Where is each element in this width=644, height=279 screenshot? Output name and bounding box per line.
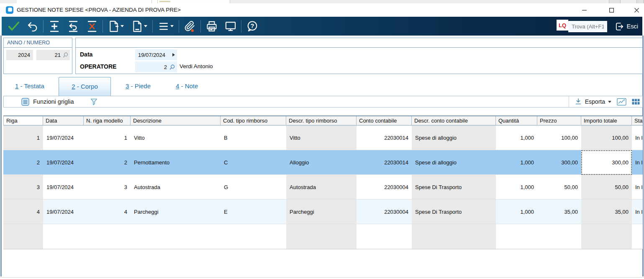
help-button[interactable]: ?: [243, 18, 262, 34]
grid-functions-icon: [21, 98, 29, 106]
document-header-panel: Data 19/07/2024 OPERATORE 2 Verdi Antoni…: [75, 38, 643, 74]
menu-hamburger-button[interactable]: [154, 18, 177, 34]
insert-row-button[interactable]: [45, 18, 64, 34]
anno-numero-label: ANNO / NUMERO: [4, 38, 72, 48]
operatore-name: Verdi Antonio: [180, 63, 213, 69]
grid-toolbar: Funzioni griglia Esporta: [3, 96, 643, 108]
col-header-n-riga-modello[interactable]: N. riga modello: [84, 116, 131, 125]
background-windows-strip: [0, 0, 644, 3]
operatore-label: OPERATORE: [80, 63, 116, 70]
tab-piede[interactable]: 3 - Piede: [126, 77, 151, 95]
col-header-stato[interactable]: Sta: [632, 116, 643, 125]
window-border-bottom: [0, 277, 644, 278]
col-header-prezzo[interactable]: Prezzo: [537, 116, 581, 125]
document-header-strip: [76, 38, 642, 48]
date-expand-arrow-icon[interactable]: [172, 53, 175, 56]
document-options-menu[interactable]: [128, 18, 151, 34]
expense-grid: Riga Data N. riga modello Descrizione Co…: [3, 115, 643, 249]
col-header-cod-tipo-rimborso[interactable]: Cod. tipo rimborso: [221, 116, 286, 125]
operatore-field[interactable]: 2: [135, 61, 177, 72]
operatore-code: 2: [138, 64, 169, 70]
focused-cell[interactable]: 300,00: [581, 150, 632, 175]
window-title: GESTIONE NOTE SPESE <PROVA - AZIENDA DI …: [17, 3, 181, 17]
maximize-button[interactable]: [604, 3, 618, 17]
svg-text:?: ?: [250, 22, 254, 29]
dropdown-caret-icon: [170, 25, 174, 27]
toolbar-separator: [179, 20, 179, 33]
anno-field[interactable]: 2024: [6, 50, 33, 60]
exit-icon: [615, 22, 624, 31]
window-border-left: [0, 36, 2, 276]
col-header-importo-totale[interactable]: Importo totale: [581, 116, 632, 125]
col-header-riga[interactable]: Riga: [3, 116, 43, 125]
search-magnifier-icon: [63, 52, 68, 58]
download-icon: [575, 98, 582, 105]
toolbar-separator: [43, 20, 44, 33]
monitor-button[interactable]: [221, 18, 240, 34]
tab-corpo[interactable]: 2 - Corpo: [59, 77, 111, 96]
undo-button[interactable]: [23, 18, 42, 34]
table-row-selected[interactable]: 2 19/07/2024 2 Pernottamento C Alloggio …: [3, 150, 643, 175]
toolbar-separator: [200, 20, 201, 33]
main-toolbar: ? LQ Esci: [2, 17, 642, 36]
toolbar-separator: [103, 20, 103, 33]
delete-row-button[interactable]: [82, 18, 101, 34]
data-label: Data: [80, 51, 92, 58]
lq-badge: LQ: [557, 20, 568, 31]
table-row[interactable]: 1 19/07/2024 1 Vitto B Vitto 22030014 Sp…: [3, 125, 643, 150]
data-field[interactable]: 19/07/2024: [135, 49, 177, 60]
table-row[interactable]: 3 19/07/2024 3 Autostrada G Autostrada 2…: [3, 175, 643, 200]
search-input[interactable]: [568, 21, 607, 32]
col-header-quantita[interactable]: Quantità: [496, 116, 537, 125]
tab-bar: 1 - Testata 2 - Corpo 3 - Piede 4 - Note: [3, 77, 643, 96]
anno-numero-panel: ANNO / NUMERO 2024 21: [3, 38, 72, 74]
export-button[interactable]: Esporta: [575, 98, 611, 105]
dropdown-caret-icon: [608, 101, 611, 103]
minimize-button[interactable]: [577, 3, 591, 17]
grid-header-row: Riga Data N. riga modello Descrizione Co…: [3, 116, 643, 125]
search-magnifier-icon: [169, 64, 175, 70]
filter-funnel-icon[interactable]: [90, 98, 98, 106]
grid-toolbar-separator: [569, 96, 569, 107]
data-value: 19/07/2024: [138, 52, 165, 58]
print-button[interactable]: [202, 18, 221, 34]
numero-value: 21: [39, 52, 63, 58]
col-header-conto-contabile[interactable]: Conto contabile: [357, 116, 412, 125]
grid-layout-button[interactable]: [632, 99, 640, 105]
exit-button[interactable]: Esci: [615, 21, 638, 32]
numero-field[interactable]: 21: [36, 50, 70, 60]
app-logo-icon: [6, 6, 13, 14]
tab-testata[interactable]: 1 - Testata: [15, 77, 44, 95]
empty-row[interactable]: [3, 224, 643, 249]
dropdown-caret-icon: [121, 25, 124, 27]
toolbar-separator: [241, 20, 241, 33]
chart-view-button[interactable]: [617, 98, 626, 106]
document-actions-menu[interactable]: [104, 18, 128, 34]
grid-functions-button[interactable]: Funzioni griglia: [33, 98, 74, 105]
tab-note[interactable]: 4 - Note: [176, 77, 198, 95]
confirm-check-button[interactable]: [4, 18, 23, 34]
table-row[interactable]: 4 19/07/2024 4 Parcheggi E Parcheggi 220…: [3, 200, 643, 224]
col-header-descrizione[interactable]: Descrizione: [131, 116, 221, 125]
export-label: Esporta: [585, 98, 605, 105]
toolbar-separator: [152, 20, 153, 33]
close-button[interactable]: [629, 3, 644, 17]
exit-label: Esci: [627, 23, 638, 30]
col-header-data[interactable]: Data: [43, 116, 84, 125]
restore-row-button[interactable]: [64, 18, 82, 34]
attachments-paperclip-button[interactable]: [180, 18, 199, 34]
title-bar: GESTIONE NOTE SPESE <PROVA - AZIENDA DI …: [2, 3, 642, 17]
dropdown-caret-icon: [144, 25, 147, 27]
col-header-descr-conto-contabile[interactable]: Descr. conto contabile: [412, 116, 496, 125]
col-header-descr-tipo-rimborso[interactable]: Descr. tipo rimborso: [286, 116, 357, 125]
